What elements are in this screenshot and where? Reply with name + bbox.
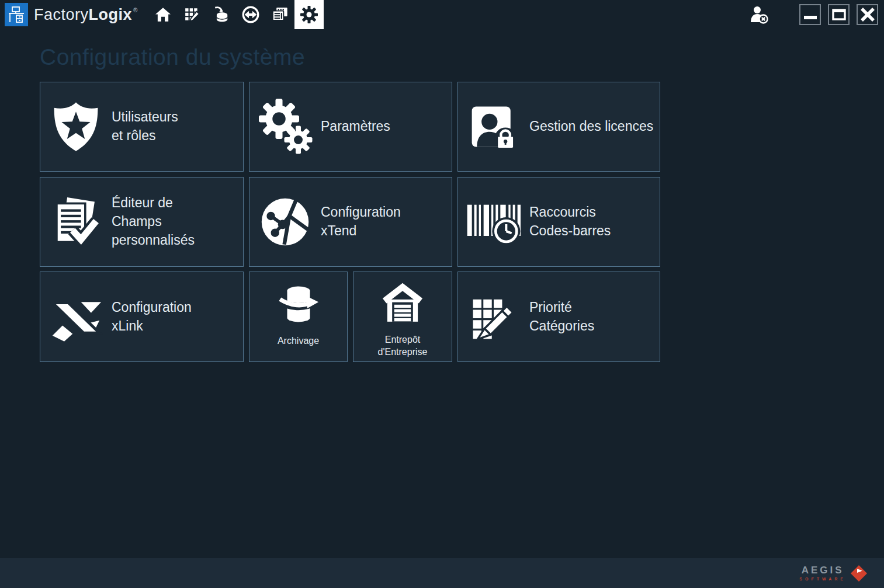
content-area: Configuration du système Utilisateurs et… [5, 29, 879, 558]
document-check-icon [40, 195, 112, 249]
nav-npi-button[interactable] [178, 0, 207, 29]
tile-label: Archivage [278, 335, 319, 347]
shield-star-icon [40, 100, 112, 154]
tile-label: Gestion des licences [529, 117, 653, 136]
xlink-logo-icon [40, 290, 112, 344]
tile-raccourcis-codes-barres[interactable]: Raccourcis Codes-barres [457, 177, 660, 267]
aegis-wordmark: AEGIS [802, 565, 844, 575]
close-button[interactable] [857, 4, 878, 25]
gears-icon [249, 99, 321, 155]
tile-label: Priorité Catégories [529, 298, 594, 335]
main-navigation [148, 0, 324, 29]
title-bar: FactoryLogix® [0, 0, 884, 29]
aegis-software-label: SOFTWARE [799, 577, 846, 581]
tile-label: Raccourcis Codes-barres [529, 203, 611, 240]
barcode-clock-icon [458, 197, 529, 247]
tile-editeur-champs[interactable]: Éditeur de Champs personnalisés [40, 177, 244, 267]
tile-label: Paramètres [321, 117, 390, 136]
status-bar: AEGIS SOFTWARE [0, 558, 884, 588]
factorylogix-logo [5, 3, 28, 26]
tile-label: Entrepôt d'Entreprise [378, 334, 428, 359]
tile-label: Configuration xLink [112, 298, 192, 335]
gear-icon [300, 5, 318, 24]
tile-label: Éditeur de Champs personnalisés [112, 194, 243, 249]
warehouse-icon [380, 281, 425, 326]
database-export-icon [276, 281, 321, 327]
application-window: FactoryLogix® [0, 0, 884, 588]
aegis-flag-icon [850, 565, 868, 582]
window-controls [749, 0, 878, 29]
nav-home-button[interactable] [148, 0, 178, 29]
user-logout-icon [749, 5, 769, 24]
desk-computer-icon [8, 6, 25, 23]
brand-registered-mark: ® [133, 7, 138, 13]
network-globe-icon [249, 195, 321, 249]
tile-priorite-categories[interactable]: Priorité Catégories [457, 272, 660, 362]
minimize-button[interactable] [799, 4, 821, 25]
tile-parametres[interactable]: Paramètres [249, 82, 452, 172]
aegis-logo: AEGIS SOFTWARE [799, 565, 868, 582]
database-arrow-icon [213, 6, 230, 23]
tile-gestion-licences[interactable]: Gestion des licences [457, 82, 660, 172]
nav-analytics-button[interactable] [265, 0, 294, 29]
close-icon [860, 7, 875, 22]
brand-name: FactoryLogix® [34, 6, 138, 24]
grid-pencil-icon [458, 293, 529, 342]
tile-utilisateurs-roles[interactable]: Utilisateurs et rôles [40, 82, 244, 172]
tile-label: Configuration xTend [321, 203, 401, 240]
tile-configuration-xtend[interactable]: Configuration xTend [249, 177, 452, 267]
tile-archivage[interactable]: Archivage [249, 272, 348, 362]
nav-production-button[interactable] [236, 0, 265, 29]
tile-label: Utilisateurs et rôles [112, 108, 178, 145]
report-windows-icon [271, 6, 289, 23]
logout-user-button[interactable] [749, 5, 769, 24]
maximize-button[interactable] [828, 4, 850, 25]
brand-part1: Factory [34, 6, 89, 24]
tile-configuration-xlink[interactable]: Configuration xLink [40, 272, 244, 362]
page-title: Configuration du système [40, 44, 305, 70]
grid-pencil-icon [184, 6, 200, 23]
nav-materials-button[interactable] [207, 0, 236, 29]
home-icon [155, 6, 171, 23]
minimize-icon [803, 8, 817, 22]
sync-arrows-icon [242, 6, 259, 23]
nav-settings-button[interactable] [294, 0, 324, 29]
maximize-icon [832, 8, 846, 22]
tile-entrepot-entreprise[interactable]: Entrepôt d'Entreprise [353, 272, 452, 362]
user-lock-icon [458, 100, 529, 154]
brand-part2: Logix [89, 6, 133, 24]
